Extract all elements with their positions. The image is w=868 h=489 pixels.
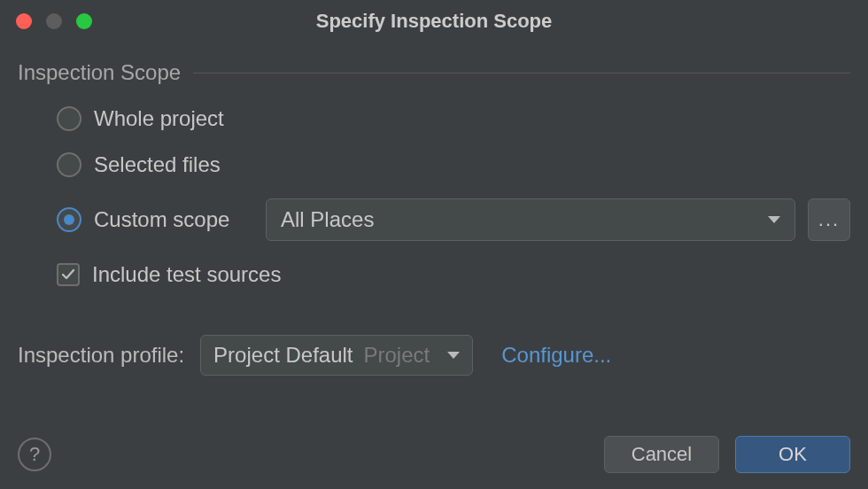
inspection-profile-value: Project Default [213,343,353,368]
help-button[interactable]: ? [18,438,51,471]
cancel-button-label: Cancel [632,443,692,466]
dialog-footer: ? Cancel OK [18,436,850,473]
dialog-content: Inspection Scope Whole project Selected … [0,43,868,376]
configure-link[interactable]: Configure... [501,343,611,368]
window-controls [16,13,92,29]
help-icon: ? [29,443,40,466]
inspection-profile-row: Inspection profile: Project Default Proj… [18,335,850,376]
radio-whole-project[interactable] [57,106,81,131]
include-test-sources-checkbox[interactable] [57,263,80,286]
titlebar: Specify Inspection Scope [0,0,868,43]
radio-selected-files[interactable] [57,152,81,177]
section-header: Inspection Scope [18,60,850,85]
footer-buttons: Cancel OK [604,436,850,473]
custom-scope-combo-value: All Places [281,207,374,232]
radio-custom-scope-label: Custom scope [94,207,253,232]
window-title: Specify Inspection Scope [0,10,868,33]
cancel-button[interactable]: Cancel [604,436,719,473]
radio-selected-files-label: Selected files [94,152,221,177]
radio-custom-scope-row: Custom scope All Places ... [57,198,850,241]
custom-scope-combo[interactable]: All Places [266,198,795,241]
inspection-profile-combo[interactable]: Project Default Project [200,335,473,376]
ok-button[interactable]: OK [735,436,850,473]
custom-scope-ellipsis-button[interactable]: ... [808,198,850,241]
close-window-button[interactable] [16,13,32,29]
scope-radio-group: Whole project Selected files Custom scop… [18,106,850,241]
include-test-sources-row[interactable]: Include test sources [18,262,850,287]
radio-custom-scope[interactable] [57,207,81,232]
chevron-down-icon [447,352,460,359]
ok-button-label: OK [779,443,807,466]
section-title: Inspection Scope [18,60,181,85]
inspection-profile-secondary: Project [364,343,430,368]
ellipsis-icon: ... [818,208,840,231]
inspection-profile-label: Inspection profile: [18,343,184,368]
radio-selected-files-row[interactable]: Selected files [57,152,850,177]
radio-whole-project-label: Whole project [94,106,224,131]
chevron-down-icon [768,216,780,223]
maximize-window-button[interactable] [76,13,92,29]
check-icon [60,267,76,283]
section-divider [193,73,850,74]
minimize-window-button[interactable] [46,13,62,29]
radio-whole-project-row[interactable]: Whole project [57,106,850,131]
include-test-sources-label: Include test sources [92,262,281,287]
